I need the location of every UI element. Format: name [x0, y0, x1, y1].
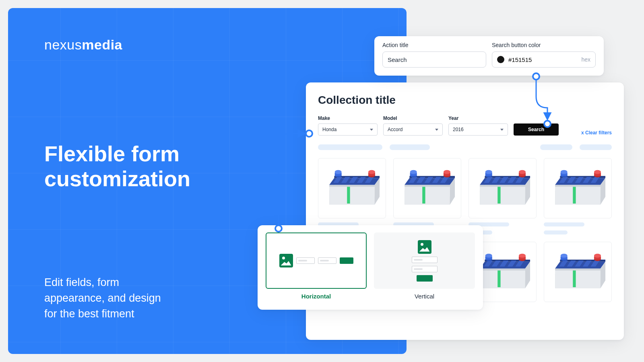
- product-tile[interactable]: [393, 158, 461, 234]
- chevron-down-icon: [370, 129, 373, 131]
- mini-field-icon: [318, 257, 336, 264]
- placeholder-pill: [544, 230, 568, 234]
- product-tile[interactable]: [544, 242, 612, 302]
- search-button-color-input[interactable]: #151515 hex: [492, 51, 596, 68]
- layout-option-horizontal[interactable]: Horizontal: [266, 232, 367, 304]
- action-title-label: Action title: [382, 42, 486, 48]
- model-select[interactable]: Accord: [383, 123, 443, 136]
- action-title-field: Action title Search: [382, 42, 486, 70]
- search-button-color-field: Search button color #151515 hex: [492, 42, 596, 70]
- color-hex-value: #151515: [508, 56, 532, 63]
- make-select[interactable]: Honda: [318, 123, 378, 136]
- layout-option-vertical[interactable]: Vertical: [374, 232, 475, 304]
- color-swatch-icon: [497, 56, 504, 63]
- placeholder-pill: [540, 144, 572, 150]
- mini-field-icon: [412, 257, 438, 263]
- filter-year: Year 2016: [448, 115, 508, 136]
- image-placeholder-icon: [418, 240, 431, 254]
- layout-thumb-vertical: [374, 232, 475, 289]
- layout-thumb-horizontal: [266, 232, 367, 289]
- search-button-color-label: Search button color: [492, 42, 596, 48]
- product-image: [544, 158, 612, 218]
- placeholder-chips: [318, 144, 612, 150]
- layout-label-vertical: Vertical: [415, 293, 434, 300]
- brand-part-2: media: [82, 37, 122, 52]
- filter-make: Make Honda: [318, 115, 378, 136]
- product-tile[interactable]: [318, 158, 386, 234]
- filter-row: Make Honda Model Accord Year 2016: [318, 115, 612, 136]
- mini-button-icon: [340, 257, 353, 264]
- year-select[interactable]: 2016: [448, 123, 508, 136]
- product-image: [393, 158, 461, 218]
- mini-field-icon: [412, 266, 438, 272]
- collection-title: Collection title: [318, 94, 612, 107]
- hero-subhead: Edit fields, form appearance, and design…: [44, 275, 161, 322]
- product-image: [544, 242, 612, 302]
- action-title-input[interactable]: Search: [382, 51, 486, 68]
- product-tile[interactable]: [469, 158, 537, 234]
- clear-filters-link[interactable]: x Clear filters: [581, 130, 612, 136]
- mini-button-icon: [417, 275, 433, 282]
- product-tile[interactable]: [544, 158, 612, 234]
- brand-logo: nexusmedia: [44, 37, 370, 53]
- color-format-badge: hex: [581, 56, 590, 63]
- layout-options-card: Horizontal Vertical: [258, 225, 483, 310]
- placeholder-pill: [390, 144, 430, 150]
- config-card: Action title Search Search button color …: [374, 36, 604, 76]
- product-image: [469, 158, 537, 218]
- placeholder-pill: [544, 222, 584, 226]
- chevron-down-icon: [500, 129, 504, 131]
- image-placeholder-icon: [279, 254, 293, 267]
- mini-field-icon: [296, 257, 315, 264]
- placeholder-pill: [318, 144, 382, 150]
- layout-label-horizontal: Horizontal: [301, 293, 331, 300]
- search-button[interactable]: Search: [514, 123, 559, 136]
- filter-model: Model Accord: [383, 115, 443, 136]
- chevron-down-icon: [435, 129, 438, 131]
- brand-part-1: nexus: [44, 37, 82, 52]
- placeholder-pill: [580, 144, 612, 150]
- product-image: [318, 158, 386, 218]
